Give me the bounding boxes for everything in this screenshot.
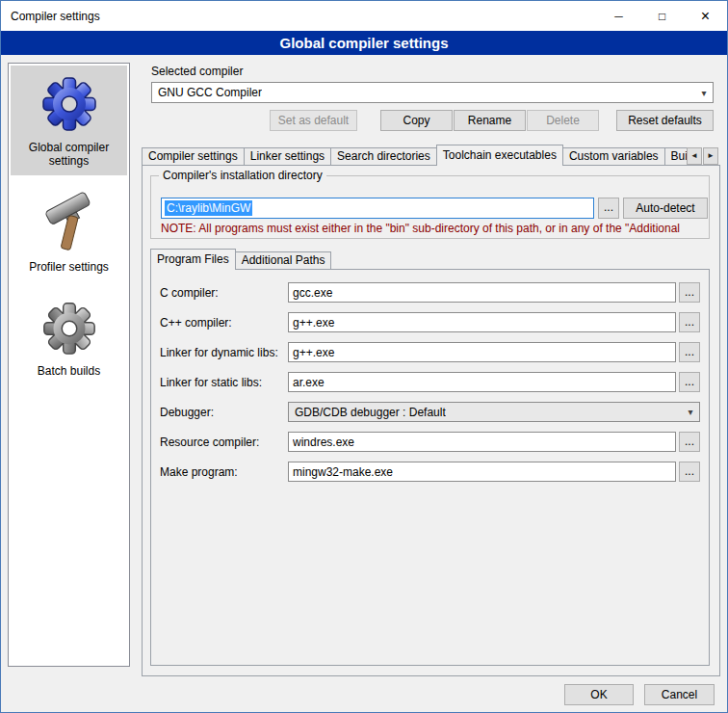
settings-category-list: Global compiler settings Profiler set (8, 63, 130, 667)
tab-compiler-settings[interactable]: Compiler settings (142, 147, 245, 165)
tab-program-files[interactable]: Program Files (150, 249, 236, 270)
profiler-hammer-icon (41, 192, 97, 253)
c-compiler-input[interactable] (288, 282, 676, 303)
selected-compiler-value: GNU GCC Compiler (158, 86, 262, 99)
c-compiler-label: C compiler: (160, 286, 219, 300)
window-title: Compiler settings (11, 10, 100, 23)
delete-button[interactable]: Delete (527, 110, 599, 131)
program-files-panel: C compiler: ... C++ compiler: ... Linker… (150, 269, 710, 666)
sidebar-item-profiler-settings[interactable]: Profiler settings (11, 185, 127, 281)
close-icon: × (701, 9, 710, 24)
ok-button[interactable]: OK (564, 684, 634, 705)
make-program-input[interactable] (288, 462, 676, 482)
close-button[interactable]: × (684, 1, 727, 31)
dialog-body: Global compiler settings Profiler set (1, 55, 727, 712)
cpp-compiler-label: C++ compiler: (160, 316, 232, 330)
sidebar-item-label: Global compiler settings (13, 141, 125, 168)
compiler-settings-window: Compiler settings ─ □ × Global compiler … (0, 0, 728, 713)
reset-defaults-button[interactable]: Reset defaults (616, 110, 714, 131)
make-program-browse-button[interactable]: ... (679, 462, 700, 482)
chevron-down-icon: ▾ (695, 88, 713, 98)
cpp-compiler-input[interactable] (288, 312, 676, 332)
installation-directory-value: C:\raylib\MinGW (165, 200, 252, 216)
installation-directory-group-title: Compiler's installation directory (159, 169, 326, 182)
scroll-left-icon: ◄ (690, 151, 698, 160)
auto-detect-button[interactable]: Auto-detect (623, 198, 708, 219)
selected-compiler-label: Selected compiler (151, 65, 243, 78)
sidebar-item-global-compiler-settings[interactable]: Global compiler settings (11, 66, 127, 175)
resource-compiler-input[interactable] (288, 432, 676, 452)
toolchain-executables-panel: Compiler's installation directory C:\ray… (142, 165, 720, 676)
c-compiler-browse-button[interactable]: ... (679, 282, 700, 303)
program-tabs: Program Files Additional Paths (150, 249, 330, 270)
resource-compiler-browse-button[interactable]: ... (679, 432, 700, 452)
linker-dynamic-browse-button[interactable]: ... (679, 342, 700, 362)
installation-directory-input[interactable]: C:\raylib\MinGW (161, 198, 594, 219)
linker-dynamic-label: Linker for dynamic libs: (160, 346, 278, 359)
resource-compiler-label: Resource compiler: (160, 436, 259, 449)
tab-search-directories[interactable]: Search directories (330, 147, 437, 165)
debugger-label: Debugger: (160, 406, 214, 419)
cancel-button[interactable]: Cancel (644, 684, 715, 705)
gray-gear-icon (39, 298, 99, 357)
selected-compiler-dropdown[interactable]: GNU GCC Compiler ▾ (151, 82, 714, 103)
linker-static-label: Linker for static libs: (160, 376, 262, 389)
scroll-right-icon: ► (707, 151, 715, 160)
window-controls: ─ □ × (597, 1, 727, 31)
set-as-default-button[interactable]: Set as default (270, 110, 357, 131)
chevron-down-icon: ▾ (682, 407, 699, 417)
maximize-icon: □ (659, 11, 665, 22)
compiler-tabs: Compiler settings Linker settings Search… (142, 145, 687, 166)
make-program-label: Make program: (160, 465, 238, 479)
blue-gear-icon (39, 72, 100, 134)
linker-static-input[interactable] (288, 372, 676, 392)
tab-linker-settings[interactable]: Linker settings (244, 147, 331, 165)
tab-toolchain-executables[interactable]: Toolchain executables (436, 145, 563, 166)
installation-directory-browse-button[interactable]: ... (598, 198, 619, 219)
page-title: Global compiler settings (1, 31, 727, 55)
tab-additional-paths[interactable]: Additional Paths (235, 251, 332, 269)
tab-build-options[interactable]: Buil (664, 147, 688, 165)
cpp-compiler-browse-button[interactable]: ... (679, 312, 700, 332)
tab-scroll-right-button[interactable]: ► (703, 147, 718, 165)
sidebar-item-batch-builds[interactable]: Batch builds (11, 291, 127, 385)
minimize-icon: ─ (614, 11, 623, 22)
sidebar-item-label: Batch builds (38, 364, 100, 378)
copy-button[interactable]: Copy (380, 110, 453, 131)
sidebar-item-label: Profiler settings (29, 260, 109, 274)
minimize-button[interactable]: ─ (597, 1, 640, 31)
maximize-button[interactable]: □ (640, 1, 684, 31)
tab-custom-variables[interactable]: Custom variables (562, 147, 665, 165)
linker-dynamic-input[interactable] (288, 342, 676, 362)
rename-button[interactable]: Rename (454, 110, 526, 131)
linker-static-browse-button[interactable]: ... (679, 372, 700, 392)
bin-subdirectory-note: NOTE: All programs must exist either in … (161, 222, 700, 235)
titlebar[interactable]: Compiler settings ─ □ × (1, 1, 727, 31)
debugger-value: GDB/CDB debugger : Default (295, 406, 446, 419)
debugger-dropdown[interactable]: GDB/CDB debugger : Default ▾ (288, 402, 700, 422)
tab-scroll-left-button[interactable]: ◄ (687, 147, 702, 165)
